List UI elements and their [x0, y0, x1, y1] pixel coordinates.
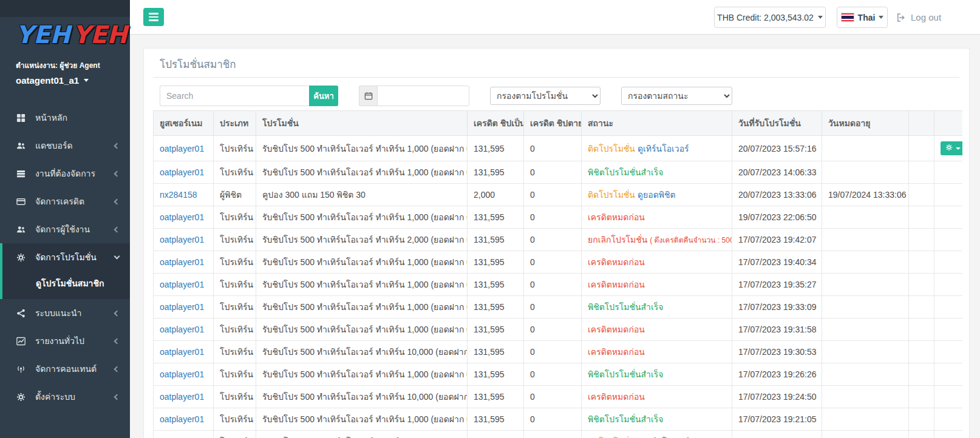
expiry-date-cell: [822, 206, 909, 229]
username-cell: oatplayer01: [154, 161, 214, 184]
username-cell: oatplayer01: [154, 431, 214, 438]
username-link[interactable]: oatplayer01: [160, 347, 204, 357]
sidebar-item-label: แดชบอร์ด: [35, 139, 73, 152]
status-text: เครดิตหมดก่อน: [588, 212, 645, 222]
username-link[interactable]: oatplayer01: [160, 302, 204, 312]
credit-chip-live-cell: 131,595: [468, 136, 524, 161]
member-type-cell: โปรเทิร์น: [214, 408, 256, 431]
status-text: พิชิตโปรโมชั่นสำเร็จ: [588, 369, 663, 379]
username-link[interactable]: oatplayer01: [160, 280, 204, 289]
table-row: oatplayer01โปรเทิร์นรับชิปโปร 500 ทำเทิร…: [154, 431, 963, 438]
sidebar-group-content: จัดการคอนเทนต์: [0, 355, 130, 383]
chevron-left-icon: [114, 198, 120, 204]
promotion-cell: รับชิปโปร 500 ทำเทิร์นโอเวอร์ ทำเทิร์น 1…: [256, 363, 468, 386]
column-header: สถานะ: [582, 111, 732, 136]
username-link[interactable]: oatplayer01: [160, 144, 204, 153]
row-action-button[interactable]: [941, 141, 962, 155]
chart-icon: [16, 337, 29, 346]
sidebar-group-dashboard: แดชบอร์ด: [0, 132, 130, 160]
credit-chip-dead-cell: 0: [524, 274, 582, 296]
sidebar-group-promotions: จัดการโปรโมชั่นดูโปรโมชั่นสมาชิก: [0, 243, 130, 299]
credit-dropdown-button[interactable]: THB Credit: 2,003,543.02: [714, 7, 826, 28]
sidebar-item-label: งานที่ต้องจัดการ: [35, 167, 95, 180]
member-type-cell: โปรเทิร์น: [214, 386, 256, 408]
status-text: เครดิตหมดก่อน: [588, 347, 645, 357]
title-divider: [154, 77, 959, 78]
table-row: oatplayer01โปรเทิร์นรับชิปโปร 500 ทำเทิร…: [154, 161, 963, 184]
logout-button[interactable]: Log out: [896, 0, 941, 35]
spacer-cell: [909, 341, 934, 363]
status-cell: พิชิตโปรโมชั่นสำเร็จ: [582, 408, 732, 431]
language-dropdown-button[interactable]: Thai: [837, 7, 888, 28]
search-input[interactable]: [160, 86, 309, 106]
action-cell: [934, 206, 963, 229]
credit-chip-dead-cell: 0: [524, 318, 582, 341]
username-cell: oatplayer01: [154, 136, 214, 161]
table-row: oatplayer01โปรเทิร์นรับชิปโปร 500 ทำเทิร…: [154, 341, 963, 363]
profile-username-dropdown[interactable]: oatagent01_a1: [16, 75, 130, 86]
date-input[interactable]: [377, 86, 469, 106]
chevron-left-icon: [114, 338, 120, 344]
member-type-cell: โปรเทิร์น: [214, 296, 256, 318]
sidebar-group-credit: จัดการเครดิต: [0, 187, 130, 215]
sidebar-top-band: [0, 0, 130, 17]
status-text: ติดโปรโมชั่น: [588, 144, 635, 153]
search-button[interactable]: ค้นหา: [309, 86, 338, 106]
username-link[interactable]: oatplayer01: [160, 414, 204, 424]
status-cell: เครดิตหมดก่อน: [582, 274, 732, 296]
username-link[interactable]: oatplayer01: [160, 235, 204, 244]
grid-icon: [16, 113, 29, 123]
credit-chip-live-cell: 131,595: [468, 431, 524, 438]
credit-label: THB Credit: 2,003,543.02: [717, 13, 814, 22]
brand-logo[interactable]: YEHYEH: [16, 19, 130, 50]
received-date-cell: 20/07/2023 13:33:06: [732, 184, 822, 206]
chevron-left-icon: [114, 394, 120, 400]
username-link[interactable]: oatplayer01: [160, 257, 204, 267]
sidebar-subitem-view-member-promotions[interactable]: ดูโปรโมชั่นสมาชิก: [2, 271, 130, 295]
credit-chip-dead-cell: 0: [524, 363, 582, 386]
spacer-cell: [909, 229, 934, 251]
promotion-filter-select[interactable]: กรองตามโปรโมชั่น: [490, 87, 601, 105]
sidebar-group-reports: รายงานทั่วไป: [0, 327, 130, 355]
received-date-cell: 17/07/2023 19:31:58: [732, 318, 822, 341]
member-type-cell: โปรเทิร์น: [214, 431, 256, 438]
status-link[interactable]: ดูเทิร์นโอเวอร์: [638, 144, 689, 153]
chevron-left-icon: [114, 310, 120, 316]
sidebar-item-tasks[interactable]: งานที่ต้องจัดการ: [0, 160, 130, 187]
username-link[interactable]: nx284158: [160, 190, 197, 200]
sidebar-toggle-button[interactable]: [143, 8, 164, 26]
member-type-cell: โปรเทิร์น: [214, 318, 256, 341]
username-link[interactable]: oatplayer01: [160, 369, 204, 379]
sidebar-item-dashboard[interactable]: แดชบอร์ด: [0, 132, 130, 160]
sidebar-item-settings[interactable]: ตั้งค่าระบบ: [0, 383, 130, 411]
username-link[interactable]: oatplayer01: [160, 325, 204, 334]
status-filter-select[interactable]: กรองตามสถานะ: [621, 87, 732, 105]
status-text: ( ดึงเครดิตคืนจำนวน : 500 ): [650, 236, 732, 244]
caret-down-icon: [956, 147, 961, 150]
status-cell: เครดิตหมดก่อน: [582, 251, 732, 274]
sidebar-item-credit[interactable]: จัดการเครดิต: [0, 187, 130, 215]
spacer-cell: [909, 136, 934, 161]
gear-icon: [945, 144, 953, 153]
sidebar-item-content[interactable]: จัดการคอนเทนต์: [0, 355, 130, 383]
column-header: ยูสเซอร์เนม: [154, 111, 214, 136]
username-link[interactable]: oatplayer01: [160, 167, 204, 177]
action-cell: [934, 363, 963, 386]
table-row: oatplayer01โปรเทิร์นรับชิปโปร 500 ทำเทิร…: [154, 229, 963, 251]
status-text: เครดิตหมดก่อน: [588, 280, 645, 289]
sidebar-item-promotions[interactable]: จัดการโปรโมชั่น: [2, 243, 130, 271]
username-link[interactable]: oatplayer01: [160, 212, 204, 222]
sidebar-item-users[interactable]: จัดการผู้ใช้งาน: [0, 215, 130, 243]
sidebar-item-home[interactable]: หน้าหลัก: [0, 104, 130, 132]
search-group: ค้นหา: [160, 86, 338, 106]
status-link[interactable]: ดูยอดพิชิต: [638, 190, 676, 200]
username-link[interactable]: oatplayer01: [160, 392, 204, 402]
spacer-cell: [909, 318, 934, 341]
sidebar-item-referral[interactable]: ระบบแนะนำ: [0, 299, 130, 327]
column-header: วันที่รับโปรโมชั่น: [732, 111, 822, 136]
username-cell: oatplayer01: [154, 251, 214, 274]
profile-section: ตำแหน่งงาน: ผู้ช่วย Agent oatagent01_a1: [0, 50, 130, 86]
username-cell: oatplayer01: [154, 408, 214, 431]
expiry-date-cell: [822, 161, 909, 184]
sidebar-item-reports[interactable]: รายงานทั่วไป: [0, 327, 130, 355]
